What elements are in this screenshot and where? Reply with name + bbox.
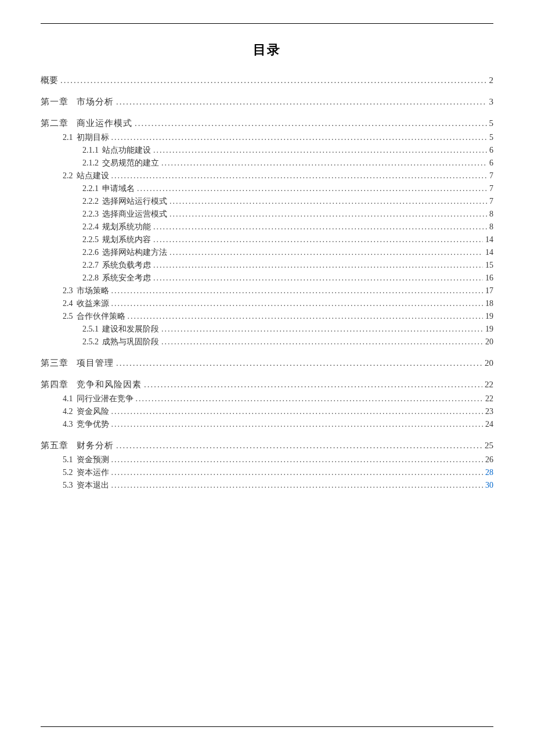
toc-page-number: 20 — [485, 358, 493, 368]
toc-entry[interactable]: 4.3竞争优势24 — [41, 419, 493, 430]
dot-leader — [135, 118, 487, 128]
dot-leader — [161, 337, 483, 347]
toc-entry[interactable]: 2.2站点建设7 — [41, 171, 493, 181]
toc-entry[interactable]: 第三章项目管理20 — [41, 358, 493, 369]
toc-entry[interactable]: 2.5.2成熟与巩固阶段20 — [41, 337, 493, 347]
toc-entry-label: 2.1.1站点功能建设 — [82, 145, 151, 156]
toc-entry[interactable]: 第二章商业运作模式5 — [41, 118, 493, 129]
dot-leader — [128, 312, 484, 321]
toc-entry[interactable]: 2.1初期目标5 — [41, 132, 493, 143]
toc-page-number: 19 — [485, 325, 493, 334]
toc-entry[interactable]: 2.2.4规划系统功能8 — [41, 222, 493, 232]
toc-entry-label: 4.1同行业潜在竞争 — [63, 394, 134, 404]
toc-entry-label: 5.3资本退出 — [63, 480, 109, 491]
dot-leader — [111, 299, 484, 308]
toc-page-number: 25 — [485, 441, 493, 451]
toc-entry[interactable]: 4.2资金风险23 — [41, 406, 493, 417]
toc-page-number: 14 — [485, 235, 493, 244]
toc-page-number: 22 — [485, 394, 493, 404]
toc-entry-label: 第三章项目管理 — [41, 358, 114, 369]
toc-page-number: 26 — [485, 455, 493, 465]
toc-entry-label: 2.2.5规划系统内容 — [82, 235, 151, 245]
toc-entry-label: 2.2站点建设 — [63, 171, 109, 181]
dot-leader — [153, 261, 483, 270]
dot-leader — [111, 171, 488, 181]
toc-entry[interactable]: 2.2.8系统安全考虑16 — [41, 273, 493, 283]
toc-entry[interactable]: 2.1.2交易规范的建立6 — [41, 158, 493, 168]
dot-leader — [161, 159, 487, 168]
toc-heading: 目录 — [41, 41, 493, 59]
toc-page-number: 18 — [485, 299, 493, 308]
dot-leader — [116, 97, 487, 107]
toc-page-number: 17 — [485, 286, 493, 296]
toc-entry[interactable]: 2.1.1站点功能建设6 — [41, 145, 493, 156]
toc-entry[interactable]: 5.1资金预测26 — [41, 455, 493, 465]
dot-leader — [111, 455, 484, 465]
toc-entry-label: 第一章市场分析 — [41, 96, 114, 107]
toc-entry-label: 概要 — [41, 75, 58, 86]
toc-entry[interactable]: 2.4收益来源18 — [41, 298, 493, 309]
toc-page-number: 20 — [485, 337, 493, 347]
toc-page-number: 6 — [489, 159, 493, 168]
toc-entry-label: 2.2.2选择网站运行模式 — [82, 196, 167, 207]
toc-page-number: 16 — [485, 273, 493, 283]
dot-leader — [144, 380, 482, 390]
toc-entry[interactable]: 5.2资本运作28 — [41, 467, 493, 478]
toc-page-number: 14 — [485, 248, 493, 257]
dot-leader — [169, 210, 487, 219]
toc-entry[interactable]: 2.5.1建设和发展阶段19 — [41, 324, 493, 334]
dot-leader — [116, 441, 482, 451]
toc-entry[interactable]: 5.3资本退出30 — [41, 480, 493, 491]
dot-leader — [111, 420, 484, 429]
dot-leader — [153, 146, 487, 155]
toc-entry[interactable]: 第五章财务分析25 — [41, 440, 493, 451]
toc-page-number: 23 — [485, 407, 493, 416]
toc-entry-label: 2.4收益来源 — [63, 298, 109, 309]
toc-page-number: 28 — [485, 468, 493, 477]
toc-entry[interactable]: 2.2.5规划系统内容14 — [41, 235, 493, 245]
toc-entry-label: 2.2.4规划系统功能 — [82, 222, 151, 232]
dot-leader — [169, 197, 487, 206]
dot-leader — [116, 358, 482, 368]
toc-entry[interactable]: 第四章竞争和风险因素22 — [41, 379, 493, 390]
dot-leader — [111, 481, 484, 490]
toc-page-number: 5 — [489, 133, 493, 142]
toc-entry-label: 4.2资金风险 — [63, 406, 109, 417]
dot-leader — [111, 407, 484, 416]
toc-entry-label: 2.5.2成熟与巩固阶段 — [82, 337, 159, 347]
toc-page-number: 7 — [489, 184, 493, 193]
toc-page-number: 8 — [489, 210, 493, 219]
dot-leader — [111, 286, 484, 296]
toc-entry-label: 2.2.7系统负载考虑 — [82, 260, 151, 271]
toc-entry-label: 2.3市场策略 — [63, 286, 109, 296]
toc-page-number: 15 — [485, 261, 493, 270]
toc-entry-label: 2.1初期目标 — [63, 132, 109, 143]
toc-page-number: 2 — [489, 75, 494, 85]
dot-leader — [153, 222, 487, 232]
toc-entry[interactable]: 2.5合作伙伴策略19 — [41, 311, 493, 322]
toc-entry[interactable]: 2.2.1申请域名7 — [41, 183, 493, 194]
toc-entry[interactable]: 4.1同行业潜在竞争22 — [41, 394, 493, 404]
toc-entry[interactable]: 2.2.3选择商业运营模式8 — [41, 209, 493, 219]
top-horizontal-rule — [41, 23, 493, 24]
toc-page-number: 6 — [489, 146, 493, 155]
toc-entry[interactable]: 2.2.6选择网站构建方法14 — [41, 247, 493, 258]
toc-entry[interactable]: 第一章市场分析3 — [41, 96, 493, 107]
toc-entry-label: 2.2.6选择网站构建方法 — [82, 247, 167, 258]
toc-entry-label: 第二章商业运作模式 — [41, 118, 132, 129]
toc-entry[interactable]: 概要2 — [41, 75, 493, 86]
toc-entry-label: 2.5.1建设和发展阶段 — [82, 324, 159, 334]
toc-entry[interactable]: 2.2.7系统负载考虑15 — [41, 260, 493, 271]
toc-entry-label: 2.2.8系统安全考虑 — [82, 273, 151, 283]
toc-page-number: 7 — [489, 197, 493, 206]
dot-leader — [153, 273, 483, 283]
toc-entry[interactable]: 2.3市场策略17 — [41, 286, 493, 296]
dot-leader — [111, 133, 488, 142]
toc-entry-label: 第四章竞争和风险因素 — [41, 379, 142, 390]
toc-entry[interactable]: 2.2.2选择网站运行模式7 — [41, 196, 493, 207]
dot-leader — [136, 394, 484, 404]
toc-page-number: 19 — [485, 312, 493, 321]
toc-entry-label: 2.5合作伙伴策略 — [63, 311, 125, 322]
toc-entry-label: 2.1.2交易规范的建立 — [82, 158, 159, 168]
toc-page-number: 3 — [489, 97, 494, 107]
